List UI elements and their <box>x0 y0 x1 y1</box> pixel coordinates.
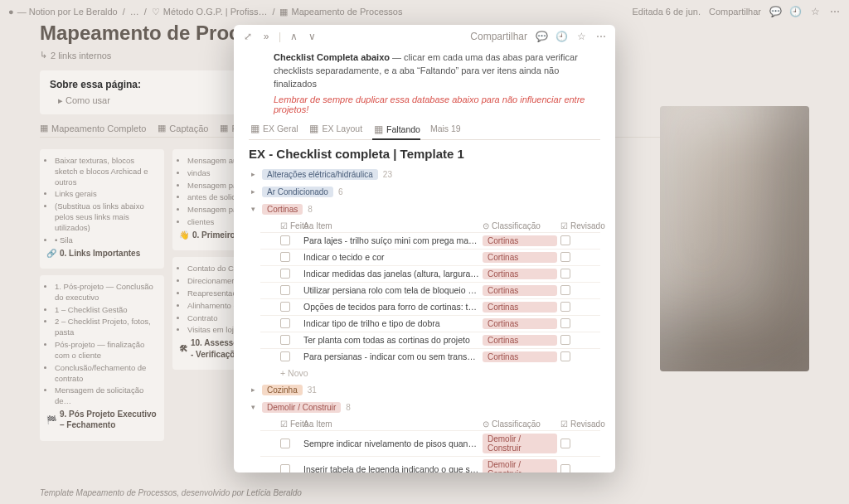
db-tabs: ▦EX Geral▦EX Layout▦FaltandoMais 19 <box>249 123 600 140</box>
row-class-tag: Cortinas <box>483 235 557 246</box>
group-tag: Cozinha <box>262 385 303 395</box>
modal-clock-icon[interactable]: 🕘 <box>555 31 567 42</box>
table-icon: ▦ <box>372 124 384 135</box>
toggle-icon[interactable]: ▸ <box>249 187 257 196</box>
row-item[interactable]: Ter planta com todas as cortinas do proj… <box>303 335 479 345</box>
db-tab-ex-geral[interactable]: ▦EX Geral <box>249 123 298 136</box>
group-header[interactable]: ▸ Ar Condicionado 6 <box>249 187 600 197</box>
group-header[interactable]: ▾ Cortinas 8 <box>249 204 600 215</box>
row-class-tag: Cortinas <box>483 302 557 313</box>
checkbox-feito[interactable] <box>280 335 290 345</box>
row-item[interactable]: Indicar o tecido e cor <box>303 252 479 262</box>
row-class-tag: Cortinas <box>483 335 557 346</box>
modal-star-icon[interactable]: ☆ <box>575 31 587 42</box>
row-item[interactable]: Inserir tabela de legenda indicando o qu… <box>303 464 479 472</box>
nav-down-icon[interactable]: ∨ <box>306 31 318 42</box>
row-class-tag: Cortinas <box>483 252 557 263</box>
toggle-icon[interactable]: ▾ <box>249 205 257 213</box>
row-class-tag: Demolir / Construir <box>483 434 557 453</box>
checkbox-feito[interactable] <box>280 302 290 312</box>
checkbox-revisado[interactable] <box>560 235 570 245</box>
row-item[interactable]: Sempre indicar nivelamento de pisos quan… <box>303 439 479 448</box>
checkbox-feito[interactable] <box>280 252 290 262</box>
checkbox-revisado[interactable] <box>560 351 570 361</box>
checkbox-revisado[interactable] <box>560 318 570 328</box>
table-row[interactable]: Indicar o tecido e cor Cortinas <box>260 249 600 265</box>
group: ▾ Demolir / Construir 8 ☑ Feito Aa Item … <box>249 402 600 472</box>
db-tab-ex-layout[interactable]: ▦EX Layout <box>308 123 362 136</box>
group-count: 8 <box>308 205 313 214</box>
col-revisado[interactable]: ☑ Revisado <box>560 419 600 429</box>
col-revisado[interactable]: ☑ Revisado <box>560 221 600 230</box>
group-count: 6 <box>338 187 343 196</box>
row-item[interactable]: Para persianas - indicar com ou sem tran… <box>303 351 479 361</box>
group-count: 23 <box>383 170 392 179</box>
table-row[interactable]: Indicar tipo de trilho e tipo de dobra C… <box>260 315 600 332</box>
checkbox-revisado[interactable] <box>560 285 570 295</box>
table-icon: ▦ <box>249 123 260 134</box>
col-feito[interactable]: ☑ Feito <box>280 221 300 230</box>
col-item[interactable]: Aa Item <box>303 419 479 429</box>
toggle-icon[interactable]: ▾ <box>249 403 257 411</box>
table-row[interactable]: Sempre indicar nivelamento de pisos quan… <box>260 430 600 456</box>
group-tag: Ar Condicionado <box>262 187 333 197</box>
checkbox-feito[interactable] <box>280 439 290 448</box>
checkbox-feito[interactable] <box>280 269 290 279</box>
group-tag: Demolir / Construir <box>262 402 341 413</box>
toggle-icon[interactable]: ▸ <box>249 170 257 178</box>
modal-more-icon[interactable]: ⋯ <box>595 31 607 42</box>
checkbox-feito[interactable] <box>280 235 290 245</box>
checkbox-revisado[interactable] <box>560 252 570 262</box>
table-row[interactable]: Para lajes - trilho suíço mini com prega… <box>260 232 600 249</box>
col-item[interactable]: Aa Item <box>303 221 479 230</box>
modal-toolbar: ⤢ » | ∧ ∨ Compartilhar 💬 🕘 ☆ ⋯ <box>234 25 615 48</box>
table-row[interactable]: Ter planta com todas as cortinas do proj… <box>260 332 600 348</box>
row-item[interactable]: Indicar medidas das janelas (altura, lar… <box>303 269 479 279</box>
col-class[interactable]: ⊙ Classificação <box>483 221 557 230</box>
db-title: EX - Checklist completa | Template 1 <box>249 147 600 161</box>
checkbox-feito[interactable] <box>280 351 290 361</box>
row-item[interactable]: Opções de tecidos para forro de cortinas… <box>303 302 479 312</box>
checkbox-feito[interactable] <box>280 318 290 328</box>
checkbox-revisado[interactable] <box>560 302 570 312</box>
row-item[interactable]: Para lajes - trilho suíço mini com prega… <box>303 235 479 245</box>
expand-icon[interactable]: ⤢ <box>242 31 254 42</box>
row-class-tag: Cortinas <box>483 351 557 362</box>
col-feito[interactable]: ☑ Feito <box>280 419 300 429</box>
group: ▸ Ar Condicionado 6 <box>249 187 600 197</box>
group-tag: Alterações elétrica/hidráulica <box>262 169 378 180</box>
row-class-tag: Cortinas <box>483 318 557 329</box>
nav-up-icon[interactable]: ∧ <box>288 31 299 42</box>
table-row[interactable]: Inserir tabela de legenda indicando o qu… <box>260 456 600 472</box>
table-row[interactable]: Para persianas - indicar com ou sem tran… <box>260 348 600 365</box>
db-tab-faltando[interactable]: ▦Faltando <box>372 123 420 140</box>
group-header[interactable]: ▸ Cozinha 31 <box>249 385 600 395</box>
peek-icon[interactable]: » <box>260 31 272 42</box>
new-row[interactable]: + Novo <box>249 365 600 378</box>
checkbox-revisado[interactable] <box>560 269 570 279</box>
checkbox-revisado[interactable] <box>560 464 570 472</box>
checkbox-revisado[interactable] <box>560 335 570 345</box>
table-row[interactable]: Indicar medidas das janelas (altura, lar… <box>260 265 600 282</box>
row-class-tag: Demolir / Construir <box>483 459 557 472</box>
col-class[interactable]: ⊙ Classificação <box>483 419 557 429</box>
toggle-icon[interactable]: ▸ <box>249 385 257 394</box>
table-row[interactable]: Utilizar persiana rolo com tela de bloqu… <box>260 282 600 298</box>
group: ▾ Cortinas 8 ☑ Feito Aa Item ⊙ Classific… <box>249 204 600 378</box>
db-tab-mais-19[interactable]: Mais 19 <box>430 123 461 136</box>
checkbox-feito[interactable] <box>280 285 290 295</box>
modal-share-button[interactable]: Compartilhar <box>470 31 527 42</box>
row-item[interactable]: Utilizar persiana rolo com tela de bloqu… <box>303 285 479 295</box>
page-modal: ⤢ » | ∧ ∨ Compartilhar 💬 🕘 ☆ ⋯ Checklist… <box>234 25 615 472</box>
group: ▸ Alterações elétrica/hidráulica 23 <box>249 169 600 180</box>
group-count: 31 <box>308 385 317 395</box>
group-header[interactable]: ▸ Alterações elétrica/hidráulica 23 <box>249 169 600 180</box>
modal-comments-icon[interactable]: 💬 <box>536 31 547 42</box>
checkbox-revisado[interactable] <box>560 439 570 448</box>
table-icon: ▦ <box>308 123 320 134</box>
checkbox-feito[interactable] <box>280 464 290 472</box>
table-row[interactable]: Opções de tecidos para forro de cortinas… <box>260 298 600 315</box>
group-tag: Cortinas <box>262 204 303 215</box>
row-item[interactable]: Indicar tipo de trilho e tipo de dobra <box>303 318 479 328</box>
group-header[interactable]: ▾ Demolir / Construir 8 <box>249 402 600 413</box>
